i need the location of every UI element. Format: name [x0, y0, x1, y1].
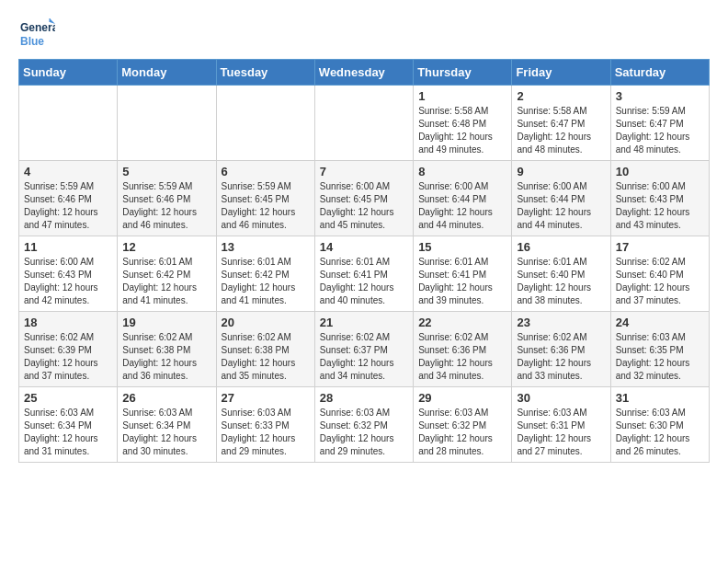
day-header-thursday: Thursday [414, 60, 512, 86]
day-info: Sunrise: 6:03 AMSunset: 6:31 PMDaylight:… [517, 407, 605, 458]
day-number: 1 [418, 89, 506, 103]
day-number: 22 [418, 316, 506, 329]
calendar-cell: 16Sunrise: 6:01 AMSunset: 6:40 PMDayligh… [512, 236, 610, 312]
calendar-cell: 21Sunrise: 6:02 AMSunset: 6:37 PMDayligh… [314, 312, 413, 387]
day-number: 20 [222, 316, 310, 329]
day-info: Sunrise: 6:02 AMSunset: 6:38 PMDaylight:… [222, 331, 310, 383]
calendar-week-5: 25Sunrise: 6:03 AMSunset: 6:34 PMDayligh… [19, 387, 710, 463]
day-number: 18 [24, 316, 112, 329]
day-header-saturday: Saturday [610, 60, 709, 86]
day-info: Sunrise: 6:02 AMSunset: 6:40 PMDaylight:… [616, 256, 704, 307]
day-info: Sunrise: 6:00 AMSunset: 6:44 PMDaylight:… [517, 180, 605, 232]
day-number: 2 [517, 89, 605, 103]
calendar-cell: 28Sunrise: 6:03 AMSunset: 6:32 PMDayligh… [314, 387, 413, 463]
day-number: 21 [320, 316, 408, 329]
day-info: Sunrise: 6:01 AMSunset: 6:41 PMDaylight:… [418, 256, 506, 307]
calendar-cell: 15Sunrise: 6:01 AMSunset: 6:41 PMDayligh… [414, 236, 512, 312]
day-info: Sunrise: 6:00 AMSunset: 6:44 PMDaylight:… [418, 180, 506, 232]
calendar-cell: 26Sunrise: 6:03 AMSunset: 6:34 PMDayligh… [118, 387, 216, 463]
day-info: Sunrise: 5:59 AMSunset: 6:47 PMDaylight:… [616, 105, 704, 156]
day-info: Sunrise: 6:03 AMSunset: 6:32 PMDaylight:… [320, 407, 408, 458]
day-info: Sunrise: 6:03 AMSunset: 6:30 PMDaylight:… [616, 407, 704, 458]
calendar-cell: 20Sunrise: 6:02 AMSunset: 6:38 PMDayligh… [216, 312, 314, 387]
day-info: Sunrise: 6:02 AMSunset: 6:39 PMDaylight:… [24, 331, 112, 383]
day-number: 26 [122, 391, 210, 405]
logo: General Blue [18, 15, 55, 52]
calendar-cell: 23Sunrise: 6:02 AMSunset: 6:36 PMDayligh… [512, 312, 610, 387]
calendar-cell: 31Sunrise: 6:03 AMSunset: 6:30 PMDayligh… [610, 387, 709, 463]
logo-container: General Blue [18, 15, 55, 52]
calendar-week-3: 11Sunrise: 6:00 AMSunset: 6:43 PMDayligh… [19, 236, 710, 312]
day-info: Sunrise: 6:03 AMSunset: 6:35 PMDaylight:… [616, 331, 704, 383]
day-number: 24 [616, 316, 704, 329]
day-info: Sunrise: 6:03 AMSunset: 6:33 PMDaylight:… [222, 407, 310, 458]
day-info: Sunrise: 6:02 AMSunset: 6:38 PMDaylight:… [122, 331, 210, 383]
calendar-cell: 11Sunrise: 6:00 AMSunset: 6:43 PMDayligh… [19, 236, 118, 312]
day-number: 11 [24, 240, 112, 254]
day-info: Sunrise: 6:03 AMSunset: 6:34 PMDaylight:… [122, 407, 210, 458]
day-info: Sunrise: 6:02 AMSunset: 6:36 PMDaylight:… [517, 331, 605, 383]
calendar-cell: 22Sunrise: 6:02 AMSunset: 6:36 PMDayligh… [414, 312, 512, 387]
day-number: 5 [122, 165, 210, 178]
calendar-header-row: SundayMondayTuesdayWednesdayThursdayFrid… [19, 60, 710, 86]
calendar-week-2: 4Sunrise: 5:59 AMSunset: 6:46 PMDaylight… [19, 161, 710, 236]
day-number: 13 [222, 240, 310, 254]
calendar-cell: 9Sunrise: 6:00 AMSunset: 6:44 PMDaylight… [512, 161, 610, 236]
calendar-cell: 3Sunrise: 5:59 AMSunset: 6:47 PMDaylight… [610, 86, 709, 161]
day-header-wednesday: Wednesday [314, 60, 413, 86]
calendar-cell: 12Sunrise: 6:01 AMSunset: 6:42 PMDayligh… [118, 236, 216, 312]
calendar-cell: 10Sunrise: 6:00 AMSunset: 6:43 PMDayligh… [610, 161, 709, 236]
svg-text:Blue: Blue [20, 35, 44, 48]
day-info: Sunrise: 6:01 AMSunset: 6:42 PMDaylight:… [122, 256, 210, 307]
day-number: 19 [122, 316, 210, 329]
day-header-tuesday: Tuesday [216, 60, 314, 86]
calendar-cell [314, 86, 413, 161]
day-number: 16 [517, 240, 605, 254]
day-number: 12 [122, 240, 210, 254]
day-info: Sunrise: 6:02 AMSunset: 6:37 PMDaylight:… [320, 331, 408, 383]
day-info: Sunrise: 5:59 AMSunset: 6:45 PMDaylight:… [222, 180, 310, 232]
logo-graphic: General Blue [18, 15, 55, 52]
day-number: 30 [517, 391, 605, 405]
day-info: Sunrise: 6:00 AMSunset: 6:45 PMDaylight:… [320, 180, 408, 232]
day-number: 28 [320, 391, 408, 405]
day-info: Sunrise: 6:00 AMSunset: 6:43 PMDaylight:… [24, 256, 112, 307]
calendar-week-4: 18Sunrise: 6:02 AMSunset: 6:39 PMDayligh… [19, 312, 710, 387]
calendar-cell: 4Sunrise: 5:59 AMSunset: 6:46 PMDaylight… [19, 161, 118, 236]
calendar-cell: 27Sunrise: 6:03 AMSunset: 6:33 PMDayligh… [216, 387, 314, 463]
calendar-cell: 6Sunrise: 5:59 AMSunset: 6:45 PMDaylight… [216, 161, 314, 236]
calendar-cell [19, 86, 118, 161]
calendar-cell: 2Sunrise: 5:58 AMSunset: 6:47 PMDaylight… [512, 86, 610, 161]
day-number: 14 [320, 240, 408, 254]
calendar-cell: 5Sunrise: 5:59 AMSunset: 6:46 PMDaylight… [118, 161, 216, 236]
day-info: Sunrise: 5:58 AMSunset: 6:48 PMDaylight:… [418, 105, 506, 156]
day-number: 15 [418, 240, 506, 254]
calendar-cell [216, 86, 314, 161]
calendar-cell [118, 86, 216, 161]
header: General Blue [18, 15, 710, 52]
calendar-cell: 30Sunrise: 6:03 AMSunset: 6:31 PMDayligh… [512, 387, 610, 463]
day-info: Sunrise: 6:03 AMSunset: 6:34 PMDaylight:… [24, 407, 112, 458]
day-number: 29 [418, 391, 506, 405]
day-number: 8 [418, 165, 506, 178]
day-info: Sunrise: 5:58 AMSunset: 6:47 PMDaylight:… [517, 105, 605, 156]
day-number: 7 [320, 165, 408, 178]
day-number: 31 [616, 391, 704, 405]
calendar-cell: 18Sunrise: 6:02 AMSunset: 6:39 PMDayligh… [19, 312, 118, 387]
day-info: Sunrise: 5:59 AMSunset: 6:46 PMDaylight:… [24, 180, 112, 232]
calendar-cell: 29Sunrise: 6:03 AMSunset: 6:32 PMDayligh… [414, 387, 512, 463]
day-number: 17 [616, 240, 704, 254]
day-info: Sunrise: 6:01 AMSunset: 6:41 PMDaylight:… [320, 256, 408, 307]
calendar-cell: 19Sunrise: 6:02 AMSunset: 6:38 PMDayligh… [118, 312, 216, 387]
calendar-cell: 25Sunrise: 6:03 AMSunset: 6:34 PMDayligh… [19, 387, 118, 463]
day-number: 23 [517, 316, 605, 329]
day-info: Sunrise: 6:03 AMSunset: 6:32 PMDaylight:… [418, 407, 506, 458]
day-info: Sunrise: 6:02 AMSunset: 6:36 PMDaylight:… [418, 331, 506, 383]
day-info: Sunrise: 6:01 AMSunset: 6:40 PMDaylight:… [517, 256, 605, 307]
calendar-cell: 14Sunrise: 6:01 AMSunset: 6:41 PMDayligh… [314, 236, 413, 312]
page: General Blue SundayMondayTuesdayWednesda… [0, 0, 728, 477]
day-header-sunday: Sunday [19, 60, 118, 86]
calendar-cell: 7Sunrise: 6:00 AMSunset: 6:45 PMDaylight… [314, 161, 413, 236]
day-number: 10 [616, 165, 704, 178]
calendar-cell: 13Sunrise: 6:01 AMSunset: 6:42 PMDayligh… [216, 236, 314, 312]
